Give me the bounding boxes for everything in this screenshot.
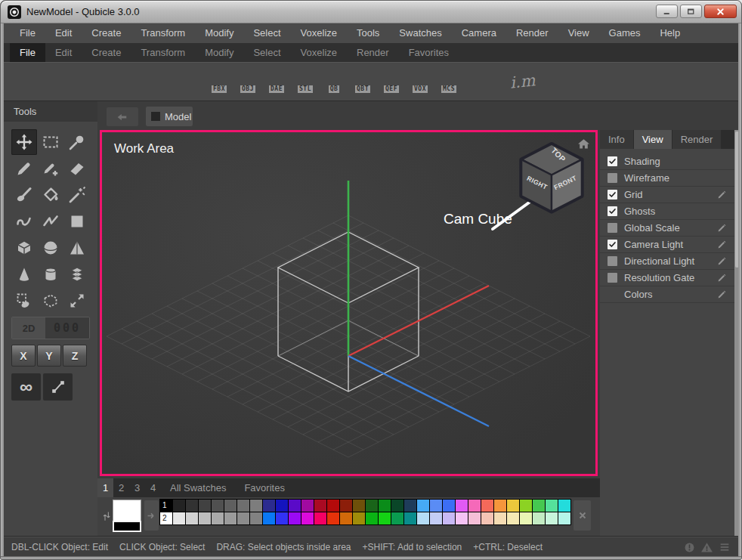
checkbox-shading[interactable] (608, 156, 617, 166)
swatch-cell[interactable] (443, 512, 455, 524)
swatch-cell[interactable] (250, 500, 262, 512)
swatch-tab-4[interactable]: 4 (145, 478, 161, 497)
checkbox-camera-light[interactable] (608, 240, 617, 249)
mirror-x-button[interactable]: X (11, 345, 36, 367)
mirror-z-button[interactable]: Z (63, 345, 87, 367)
tool-select-box-button[interactable] (38, 288, 63, 314)
swatch-cell[interactable] (468, 500, 481, 512)
swatch-tab-1[interactable]: 1 (97, 478, 113, 497)
swatch-cell[interactable] (212, 500, 224, 512)
title-bar[interactable]: NewModel - Qubicle 3.0.0 (1, 1, 742, 23)
swatch-cell[interactable] (481, 500, 493, 512)
swatch-cell[interactable] (340, 512, 352, 524)
swatch-cell[interactable] (327, 512, 339, 524)
swatch-cell[interactable] (379, 512, 391, 524)
tool-box-button[interactable] (11, 235, 37, 261)
swatch-tab-favorites[interactable]: Favorites (235, 478, 293, 497)
toolbar-new-file-button[interactable]: undefined (11, 65, 40, 98)
swatch-cell[interactable] (494, 500, 506, 512)
menu-create[interactable]: Create (82, 23, 131, 43)
minimize-button[interactable] (656, 5, 678, 18)
tool-resize-button[interactable] (64, 288, 90, 314)
swatch-cell[interactable] (199, 500, 211, 512)
swatch-cell[interactable] (379, 500, 391, 512)
menu-modify[interactable]: Modify (195, 23, 243, 43)
submenu-edit[interactable]: Edit (45, 43, 82, 62)
swatch-cell[interactable] (340, 500, 352, 512)
edit-pencil-icon[interactable] (717, 240, 727, 249)
tab-model[interactable]: Model (146, 107, 193, 126)
swatch-cell[interactable] (366, 512, 378, 524)
swatch-cell[interactable] (276, 512, 288, 524)
tool-pencil-button[interactable] (11, 156, 37, 181)
submenu-voxelize[interactable]: Voxelize (291, 43, 347, 62)
tool-pyramid-button[interactable] (64, 235, 90, 261)
window-border-bottom[interactable] (1, 556, 741, 559)
menu-voxelize[interactable]: Voxelize (291, 23, 347, 43)
swatch-cell[interactable] (443, 500, 455, 512)
swatch-cell[interactable] (289, 500, 301, 512)
swatch-cell[interactable] (430, 500, 442, 512)
swatch-cell[interactable] (533, 500, 545, 512)
toolbar-save-file-button[interactable]: undefined (69, 65, 97, 98)
tool-cylinder-button[interactable] (38, 261, 63, 287)
tool-sphere-button[interactable] (38, 235, 63, 261)
toolbar-im-logo-button[interactable]: i.m (509, 65, 537, 98)
swatch-cell[interactable] (224, 500, 237, 512)
swatch-cell[interactable] (430, 512, 442, 524)
menu-help[interactable]: Help (650, 23, 690, 43)
tool-rect-select-button[interactable] (38, 129, 63, 155)
swatch-cell[interactable] (507, 500, 519, 512)
toolbar-export-obj-button[interactable]: undefinedOBJ (233, 65, 262, 98)
menu-transform[interactable]: Transform (131, 23, 195, 43)
toolbar-export-qef-button[interactable]: undefinedQEF (377, 65, 406, 98)
work-area-viewport[interactable]: Work Area TOP RIGHT FRONT Cam Cube (100, 130, 598, 476)
swatch-cell[interactable]: 2 (160, 512, 172, 524)
menu-file[interactable]: File (10, 23, 45, 43)
tool-pencil-add-button[interactable] (38, 156, 63, 181)
back-button[interactable] (107, 107, 138, 126)
submenu-transform[interactable]: Transform (131, 43, 195, 62)
tool-select-brush-button[interactable] (11, 288, 37, 314)
swatch-cell[interactable] (456, 512, 468, 524)
menu-camera[interactable]: Camera (452, 23, 506, 43)
tab-view[interactable]: View (634, 130, 672, 149)
secondary-color-well[interactable] (113, 521, 141, 532)
tool-eraser-button[interactable] (64, 156, 90, 181)
toolbar-sketchfab-button[interactable]: undefined (477, 65, 505, 98)
swatch-cell[interactable] (276, 500, 288, 512)
tool-paint-bucket-button[interactable] (38, 182, 63, 208)
checkbox-wireframe[interactable] (608, 173, 617, 183)
swatch-cell[interactable] (353, 500, 365, 512)
swatch-cell[interactable] (558, 500, 570, 512)
edit-pencil-icon[interactable] (717, 190, 727, 200)
mode-2d-button[interactable]: 2D (12, 317, 45, 339)
toolbar-export-fbx-button[interactable]: undefinedFBX (205, 65, 233, 98)
swatch-cell[interactable] (520, 500, 532, 512)
swatch-cell[interactable] (366, 500, 378, 512)
menu-swatches[interactable]: Swatches (389, 23, 451, 43)
swatch-cell[interactable] (494, 512, 506, 524)
tool-brush-button[interactable] (11, 182, 37, 208)
menu-tools[interactable]: Tools (347, 23, 389, 43)
checkbox-global-scale[interactable] (608, 223, 617, 233)
swatch-cell[interactable] (327, 500, 339, 512)
edit-pencil-icon[interactable] (717, 223, 727, 233)
swap-colors-icon[interactable] (101, 506, 113, 529)
log-list-icon[interactable] (719, 541, 731, 553)
swatch-cell[interactable] (173, 500, 185, 512)
submenu-create[interactable]: Create (82, 43, 131, 62)
swatch-cell[interactable] (417, 512, 429, 524)
swatch-cell[interactable] (391, 512, 403, 524)
toolbar-export-mcs-button[interactable]: undefinedMCS (434, 65, 463, 98)
toolbar-export-stl-button[interactable]: undefinedSTL (291, 65, 320, 98)
menu-select[interactable]: Select (243, 23, 290, 43)
warning-icon[interactable] (700, 541, 713, 554)
submenu-modify[interactable]: Modify (195, 43, 243, 62)
tool-magic-wand-button[interactable] (64, 182, 90, 208)
swatch-tab-3[interactable]: 3 (129, 478, 145, 497)
tab-render[interactable]: Render (672, 130, 722, 149)
swatch-cell[interactable] (237, 500, 249, 512)
swatch-cell[interactable] (212, 512, 224, 524)
swatch-tab-all-swatches[interactable]: All Swatches (161, 478, 235, 497)
